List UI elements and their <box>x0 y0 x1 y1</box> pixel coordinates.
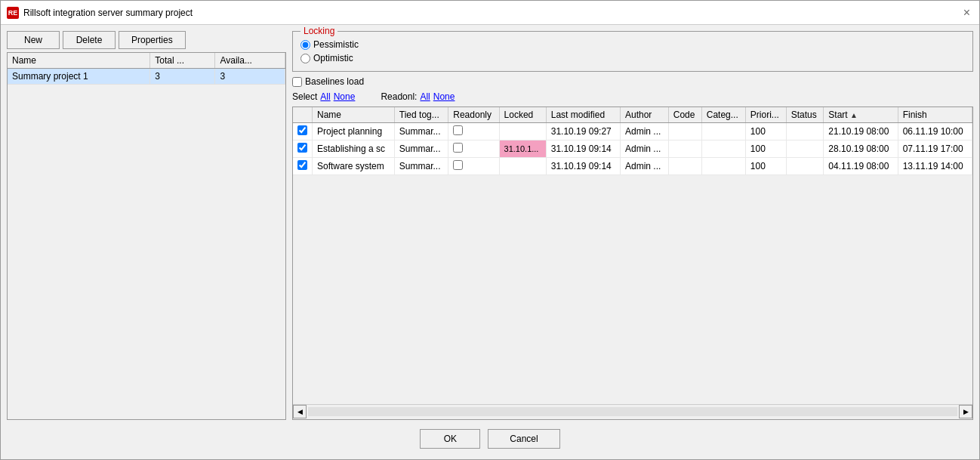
row-checkbox[interactable] <box>297 160 307 170</box>
locking-group: Locking Pessimistic Optimistic <box>292 31 973 72</box>
select-none-link[interactable]: None <box>334 91 356 102</box>
pessimistic-radio[interactable] <box>300 40 310 50</box>
right-col-last_modified[interactable]: Last modified <box>546 107 620 123</box>
ok-button[interactable]: OK <box>420 429 480 449</box>
scroll-left-arrow[interactable]: ◀ <box>293 405 307 418</box>
row-cell-status <box>786 123 824 140</box>
baselines-row: Baselines load <box>292 76 973 87</box>
left-row-available: 3 <box>215 69 285 85</box>
row-cell-locked: 31.10.1... <box>499 140 546 158</box>
left-panel: New Delete Properties Name Total ... Ava… <box>7 31 286 420</box>
locking-legend: Locking <box>300 26 337 36</box>
row-cell-categ <box>701 123 745 140</box>
row-checkbox[interactable] <box>297 125 307 135</box>
window-body: New Delete Properties Name Total ... Ava… <box>1 25 979 459</box>
right-col-finish[interactable]: Finish <box>898 107 972 123</box>
left-col-total[interactable]: Total ... <box>150 53 215 69</box>
left-row-total: 3 <box>150 69 215 85</box>
row-cell-author: Admin ... <box>620 123 668 140</box>
cancel-button[interactable]: Cancel <box>488 429 559 449</box>
right-col-name[interactable]: Name <box>313 107 395 123</box>
right-col-locked[interactable]: Locked <box>499 107 546 123</box>
row-cell-last_modified: 31.10.19 09:14 <box>546 140 620 158</box>
right-col-categ[interactable]: Categ... <box>701 107 745 123</box>
right-col-tied_tog[interactable]: Tied tog... <box>394 107 448 123</box>
row-cell-start: 21.10.19 08:00 <box>824 123 898 140</box>
right-col-start[interactable]: Start ▲ <box>824 107 898 123</box>
right-table-row: Establishing a scSummar...31.10.1...31.1… <box>293 140 972 158</box>
row-cell-readonly <box>448 158 499 175</box>
right-table: NameTied tog...ReadonlyLockedLast modifi… <box>293 107 972 175</box>
bottom-buttons: OK Cancel <box>7 424 973 453</box>
right-table-row: Software systemSummar...31.10.19 09:14Ad… <box>293 158 972 175</box>
row-cell-name: Establishing a sc <box>313 140 395 158</box>
right-table-row: Project planningSummar...31.10.19 09:27A… <box>293 123 972 140</box>
row-cell-categ <box>701 158 745 175</box>
left-table: Name Total ... Availa... Summary project… <box>8 53 285 85</box>
pessimistic-label: Pessimistic <box>313 39 359 50</box>
right-col-priori[interactable]: Priori... <box>745 107 786 123</box>
right-col-readonly[interactable]: Readonly <box>448 107 499 123</box>
select-all-link[interactable]: All <box>320 91 330 102</box>
right-col-code[interactable]: Code <box>668 107 701 123</box>
row-cell-code <box>668 140 701 158</box>
baselines-checkbox[interactable] <box>292 77 302 87</box>
row-cell-name: Project planning <box>313 123 395 140</box>
horizontal-scrollbar[interactable]: ◀ ▶ <box>293 404 972 418</box>
row-cell-categ <box>701 140 745 158</box>
row-cell-priori: 100 <box>745 158 786 175</box>
left-col-available[interactable]: Availa... <box>215 53 285 69</box>
row-cell-finish: 06.11.19 10:00 <box>898 123 972 140</box>
row-cell-locked <box>499 123 546 140</box>
row-cell-last_modified: 31.10.19 09:27 <box>546 123 620 140</box>
sort-arrow: ▲ <box>850 111 858 119</box>
optimistic-label: Optimistic <box>313 53 353 63</box>
main-area: New Delete Properties Name Total ... Ava… <box>7 31 973 420</box>
row-cell-tied_tog: Summar... <box>394 158 448 175</box>
row-checkbox[interactable] <box>297 143 307 153</box>
row-cell-author: Admin ... <box>620 158 668 175</box>
row-cell-last_modified: 31.10.19 09:14 <box>546 158 620 175</box>
optimistic-radio[interactable] <box>300 54 310 63</box>
row-cell-readonly <box>448 123 499 140</box>
baselines-label: Baselines load <box>305 76 364 87</box>
left-table-row[interactable]: Summary project 1 3 3 <box>8 69 285 85</box>
main-window: RE Rillsoft integration server summary p… <box>0 0 980 460</box>
delete-button[interactable]: Delete <box>63 31 116 49</box>
optimistic-row: Optimistic <box>300 53 965 63</box>
row-cell-tied_tog: Summar... <box>394 123 448 140</box>
row-cell-status <box>786 140 824 158</box>
select-label: Select <box>292 91 317 102</box>
row-checkbox-cell <box>293 140 313 158</box>
scroll-track[interactable] <box>308 407 957 416</box>
right-table-wrapper[interactable]: NameTied tog...ReadonlyLockedLast modifi… <box>293 107 972 404</box>
new-button[interactable]: New <box>7 31 60 49</box>
right-table-container: NameTied tog...ReadonlyLockedLast modifi… <box>292 107 973 420</box>
window-title: Rillsoft integration server summary proj… <box>23 8 193 18</box>
toolbar-row: New Delete Properties <box>7 31 286 49</box>
close-button[interactable]: × <box>960 5 973 20</box>
row-cell-finish: 07.11.19 17:00 <box>898 140 972 158</box>
row-cell-author: Admin ... <box>620 140 668 158</box>
row-checkbox-cell <box>293 158 313 175</box>
left-table-container: Name Total ... Availa... Summary project… <box>7 52 286 420</box>
left-col-name[interactable]: Name <box>8 53 150 69</box>
title-bar: RE Rillsoft integration server summary p… <box>1 1 979 25</box>
scroll-right-arrow[interactable]: ▶ <box>959 405 972 418</box>
readonly-none-link[interactable]: None <box>433 91 455 102</box>
row-cell-priori: 100 <box>745 123 786 140</box>
readonly-checkbox[interactable] <box>453 143 463 153</box>
row-cell-finish: 13.11.19 14:00 <box>898 158 972 175</box>
right-col-author[interactable]: Author <box>620 107 668 123</box>
row-cell-tied_tog: Summar... <box>394 140 448 158</box>
title-bar-left: RE Rillsoft integration server summary p… <box>7 7 193 19</box>
properties-button[interactable]: Properties <box>119 31 186 49</box>
readonly-all-link[interactable]: All <box>420 91 430 102</box>
right-col-status[interactable]: Status <box>786 107 824 123</box>
readonly-checkbox[interactable] <box>453 160 463 170</box>
readonly-checkbox[interactable] <box>453 125 463 135</box>
select-row: Select All None Readonl: All None <box>292 91 973 102</box>
row-cell-start: 04.11.19 08:00 <box>824 158 898 175</box>
left-row-name: Summary project 1 <box>8 69 150 85</box>
row-cell-locked <box>499 158 546 175</box>
